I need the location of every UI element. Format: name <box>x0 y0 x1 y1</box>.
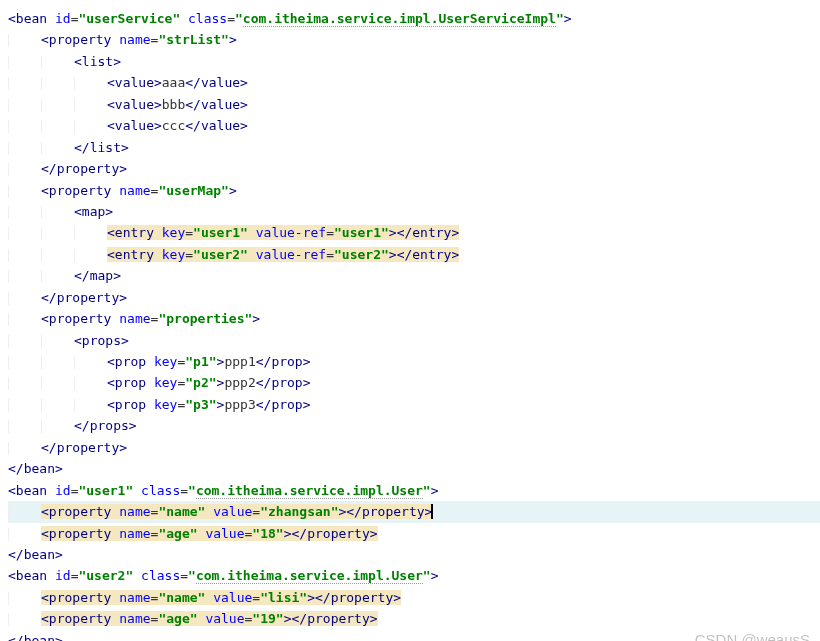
code-line[interactable]: <map> <box>8 201 820 222</box>
code-line[interactable]: </property> <box>8 158 820 179</box>
code-line[interactable]: <value>ccc</value> <box>8 115 820 136</box>
code-line[interactable]: </property> <box>8 437 820 458</box>
code-line[interactable]: <property name="age" value="18"></proper… <box>8 523 820 544</box>
code-line[interactable]: <value>aaa</value> <box>8 72 820 93</box>
code-line[interactable]: <value>bbb</value> <box>8 94 820 115</box>
code-line[interactable]: </bean> <box>8 458 820 479</box>
code-line[interactable]: </map> <box>8 265 820 286</box>
code-line[interactable]: <property name="strList"> <box>8 29 820 50</box>
code-line[interactable]: <prop key="p3">ppp3</prop> <box>8 394 820 415</box>
code-line[interactable]: <props> <box>8 330 820 351</box>
code-line[interactable]: <property name="age" value="19"></proper… <box>8 608 820 629</box>
code-line[interactable]: <entry key="user1" value-ref="user1"></e… <box>8 222 820 243</box>
code-line[interactable]: </property> <box>8 287 820 308</box>
code-line[interactable]: <entry key="user2" value-ref="user2"></e… <box>8 244 820 265</box>
code-line[interactable]: </bean> <box>8 544 820 565</box>
code-line[interactable]: <list> <box>8 51 820 72</box>
code-line[interactable]: <property name="properties"> <box>8 308 820 329</box>
code-line[interactable]: </props> <box>8 415 820 436</box>
code-editor[interactable]: <bean id="userService" class="com.itheim… <box>8 8 820 641</box>
code-line[interactable]: <property name="name" value="zhangsan"><… <box>8 501 820 522</box>
code-line[interactable]: <prop key="p1">ppp1</prop> <box>8 351 820 372</box>
code-line[interactable]: <prop key="p2">ppp2</prop> <box>8 372 820 393</box>
code-line[interactable]: </list> <box>8 137 820 158</box>
code-line[interactable]: <bean id="userService" class="com.itheim… <box>8 8 820 29</box>
code-line[interactable]: <property name="userMap"> <box>8 180 820 201</box>
code-line[interactable]: <property name="name" value="lisi"></pro… <box>8 587 820 608</box>
code-line[interactable]: <bean id="user1" class="com.itheima.serv… <box>8 480 820 501</box>
code-line[interactable]: </bean> <box>8 630 820 641</box>
code-line[interactable]: <bean id="user2" class="com.itheima.serv… <box>8 565 820 586</box>
